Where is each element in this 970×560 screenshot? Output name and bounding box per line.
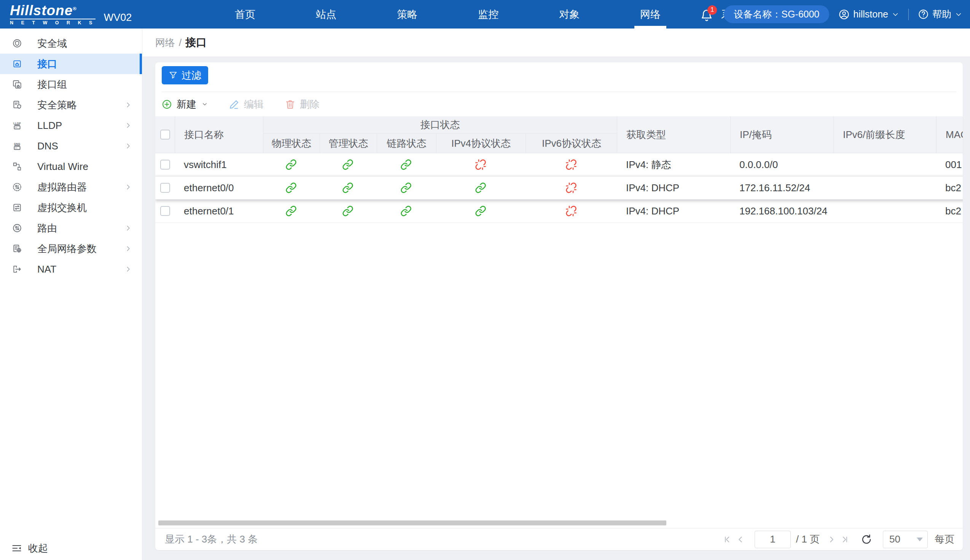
- horizontal-scrollbar: [158, 520, 960, 525]
- nav-item-object[interactable]: 对象: [559, 0, 580, 28]
- prev-page-button[interactable]: [734, 533, 747, 546]
- chevron-right-icon: [124, 142, 132, 150]
- breadcrumb: 网络 / 接口: [142, 28, 970, 57]
- table-row[interactable]: ethernet0/0IPv4: DHCP172.16.11.52/24bc2: [155, 177, 963, 200]
- table-body: vswitchif1IPv4: 静态0.0.0.0/0001ethernet0/…: [155, 153, 963, 223]
- mac-address: bc2: [936, 205, 963, 217]
- per-page-select[interactable]: 50: [883, 531, 928, 548]
- table-row[interactable]: ethernet0/1IPv4: DHCP192.168.100.103/24b…: [155, 200, 963, 223]
- col-header-name: 接口名称: [175, 116, 263, 153]
- notifications-button[interactable]: 1: [699, 6, 715, 23]
- sidebar-item-virtual-wire[interactable]: Virtual Wire: [0, 156, 142, 177]
- link-up-icon: [475, 205, 486, 217]
- link-broken-icon: [565, 182, 577, 193]
- per-page-label: 每页: [935, 533, 954, 546]
- col-header-obtain: 获取类型: [617, 116, 730, 153]
- table-footer: 显示 1 - 3条，共 3 条 / 1 页 50 每页: [155, 528, 963, 550]
- username: hillstone: [853, 9, 888, 20]
- filter-button[interactable]: 过滤: [162, 66, 208, 84]
- sidebar-item-dns[interactable]: DNSDNS: [0, 136, 142, 156]
- col-header-admin: 管理状态: [319, 134, 377, 153]
- table-row[interactable]: vswitchif1IPv4: 静态0.0.0.0/0001: [155, 153, 963, 177]
- row-checkbox[interactable]: [160, 160, 170, 170]
- table-toolbar: 新建 编辑 删除: [155, 92, 963, 116]
- sidebar-item-lldp[interactable]: LLDPLLDP: [0, 115, 142, 136]
- sidebar-item-interface[interactable]: 接口: [0, 53, 142, 74]
- sidebar-item-label: 安全域: [37, 37, 142, 50]
- workspace-name: WV02: [104, 12, 132, 25]
- nav-item-home[interactable]: 首页: [235, 0, 255, 28]
- interface-icon: [12, 59, 22, 69]
- chevron-right-icon: [124, 224, 132, 232]
- nav-item-monitor[interactable]: 监控: [478, 0, 498, 28]
- edit-button[interactable]: 编辑: [229, 98, 264, 111]
- chevron-down-icon: [891, 11, 899, 18]
- link-up-icon: [400, 205, 412, 217]
- link-up-icon: [285, 205, 297, 217]
- trash-icon: [285, 99, 295, 110]
- col-header-physical: 物理状态: [263, 134, 319, 153]
- interface-name: ethernet0/1: [175, 205, 263, 217]
- chevron-right-icon: [124, 122, 132, 129]
- sidebar-item-global-network-params[interactable]: 全局网络参数: [0, 238, 142, 259]
- mac-address: bc2: [936, 182, 963, 194]
- sidebar-item-label: 路由: [37, 222, 124, 235]
- sidebar-item-label: 虚拟路由器: [37, 181, 124, 194]
- row-checkbox[interactable]: [160, 206, 170, 216]
- link-up-icon: [285, 182, 297, 193]
- record-count-summary: 显示 1 - 3条，共 3 条: [165, 533, 258, 546]
- obtain-type: IPv4: DHCP: [617, 182, 730, 194]
- sidebar-item-nat[interactable]: NAT: [0, 259, 142, 280]
- breadcrumb-parent[interactable]: 网络: [155, 36, 175, 49]
- plus-circle-icon: [162, 99, 172, 110]
- col-header-ip-mask: IP/掩码: [730, 116, 833, 153]
- link-broken-icon: [475, 159, 486, 170]
- col-header-ipv4: IPv4协议状态: [436, 134, 525, 153]
- global-network-params-icon: [12, 244, 22, 253]
- sidebar-item-label: NAT: [37, 263, 124, 275]
- sidebar-item-virtual-router[interactable]: 虚拟路由器: [0, 177, 142, 197]
- chevron-right-icon: [124, 183, 132, 191]
- sidebar-item-label: DNS: [37, 140, 124, 152]
- ip-mask: 172.16.11.52/24: [730, 182, 833, 194]
- sidebar-item-interface-group[interactable]: 接口组: [0, 74, 142, 95]
- sidebar-item-security-policy[interactable]: 安全策略: [0, 95, 142, 115]
- sidebar-item-label: 虚拟交换机: [37, 201, 142, 214]
- page-number-input[interactable]: [754, 531, 791, 548]
- sidebar-item-route[interactable]: 路由: [0, 218, 142, 238]
- first-page-button[interactable]: [721, 533, 734, 546]
- next-page-button[interactable]: [825, 533, 838, 546]
- nav-item-network[interactable]: 网络: [640, 0, 661, 28]
- notification-badge: 1: [707, 5, 717, 15]
- device-name-pill[interactable]: 设备名称：SG-6000: [724, 5, 829, 23]
- row-checkbox[interactable]: [160, 183, 170, 193]
- horizontal-scrollbar-thumb[interactable]: [158, 520, 666, 525]
- link-broken-icon: [565, 159, 577, 170]
- delete-button[interactable]: 删除: [285, 98, 319, 111]
- last-page-button[interactable]: [838, 533, 851, 546]
- chevron-down-icon: [955, 11, 962, 18]
- sidebar-item-virtual-switch[interactable]: 虚拟交换机: [0, 197, 142, 218]
- interface-name: vswitchif1: [175, 159, 263, 171]
- link-up-icon: [342, 182, 353, 193]
- sidebar-collapse-button[interactable]: 收起: [0, 537, 142, 560]
- sidebar-menu: 安全域接口接口组安全策略LLDPLLDPDNSDNSVirtual Wire虚拟…: [0, 33, 142, 537]
- sidebar-item-label: Virtual Wire: [37, 161, 142, 173]
- select-all-checkbox[interactable]: [160, 130, 170, 140]
- virtual-switch-icon: [12, 203, 22, 213]
- sidebar-item-security-zone[interactable]: 安全域: [0, 33, 142, 53]
- hillstone-logo: Hillstone® N E T W O R K S: [10, 3, 95, 25]
- nav-item-policy[interactable]: 策略: [397, 0, 418, 28]
- refresh-button[interactable]: [861, 533, 875, 546]
- nat-icon: [12, 264, 22, 274]
- help-menu[interactable]: 帮助: [918, 8, 962, 20]
- col-header-link: 链路状态: [377, 134, 436, 153]
- link-up-icon: [400, 182, 412, 193]
- collapse-icon: [12, 543, 22, 553]
- nav-item-site[interactable]: 站点: [316, 0, 336, 28]
- new-button[interactable]: 新建: [162, 98, 208, 111]
- user-menu[interactable]: hillstone: [838, 9, 899, 20]
- svg-text:LLDP: LLDP: [13, 122, 21, 125]
- help-icon: [918, 9, 929, 20]
- security-zone-icon: [12, 38, 22, 48]
